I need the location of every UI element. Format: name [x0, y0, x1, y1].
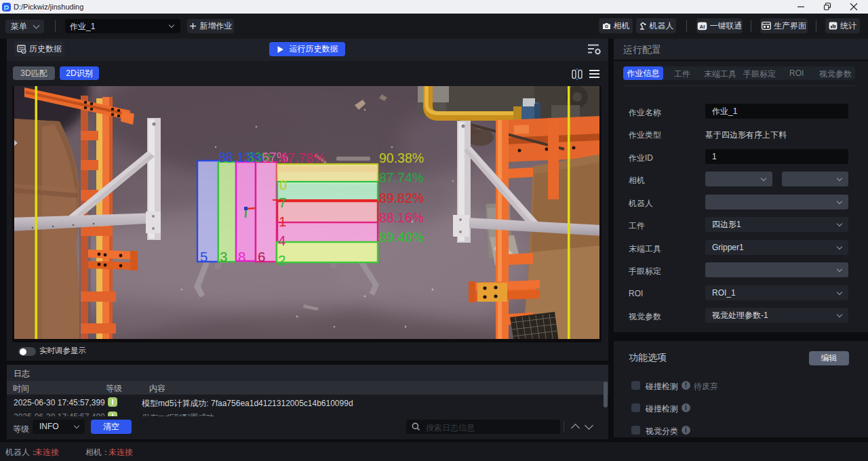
svg-text:2: 2 — [278, 252, 285, 268]
svg-text:89.82%: 89.82% — [379, 191, 424, 205]
svg-text:7: 7 — [279, 195, 286, 210]
svg-text:88.13%: 88.13% — [218, 150, 263, 165]
svg-text:3: 3 — [220, 249, 227, 264]
svg-text:1: 1 — [279, 214, 286, 229]
svg-text:4: 4 — [278, 233, 285, 248]
svg-text:0: 0 — [279, 177, 287, 193]
svg-text:8: 8 — [238, 249, 245, 264]
svg-text:90.38%: 90.38% — [379, 151, 424, 165]
svg-text:87.74%: 87.74% — [379, 170, 424, 185]
svg-text:AI: AI — [699, 23, 705, 29]
svg-text:5: 5 — [200, 249, 208, 264]
svg-text:89.40%: 89.40% — [379, 230, 424, 245]
svg-text:87.78%: 87.78% — [280, 151, 325, 165]
svg-text:6: 6 — [258, 249, 265, 264]
svg-text:88.16%: 88.16% — [379, 210, 424, 225]
